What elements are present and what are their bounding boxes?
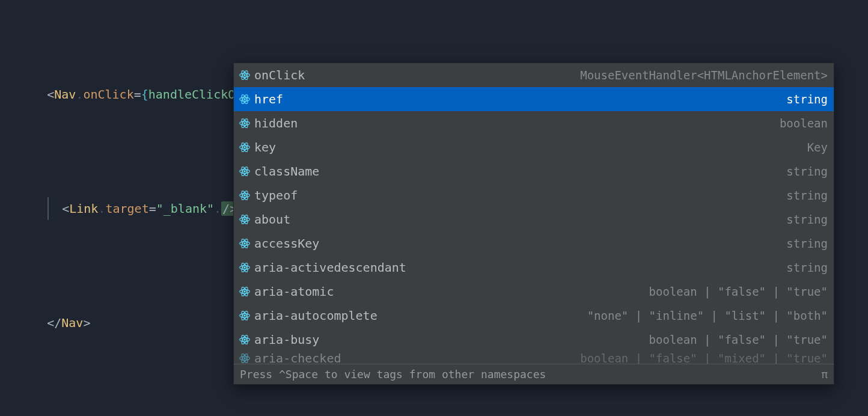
autocomplete-item-type: boolean — [780, 117, 828, 130]
svg-point-28 — [243, 242, 245, 244]
autocomplete-item-name: href — [254, 92, 283, 106]
footer-hint: Press ^Space to view tags from other nam… — [240, 368, 546, 381]
brace-open: { — [141, 87, 148, 102]
autocomplete-item[interactable]: accessKeystring — [234, 231, 834, 255]
attr-value-blank: "_blank" — [156, 201, 214, 216]
autocomplete-item-type: string — [786, 93, 828, 106]
autocomplete-footer: Press ^Space to view tags from other nam… — [234, 364, 834, 384]
autocomplete-item[interactable]: onClickMouseEventHandler<HTMLAnchorEleme… — [234, 63, 834, 87]
react-icon — [239, 141, 251, 153]
react-icon — [239, 237, 251, 249]
autocomplete-item-type: boolean | "false" | "mixed" | "true" — [580, 352, 828, 364]
svg-point-24 — [243, 218, 245, 220]
autocomplete-item[interactable]: typeofstring — [234, 183, 834, 207]
autocomplete-item[interactable]: hiddenboolean — [234, 111, 834, 135]
autocomplete-item-name: onClick — [254, 68, 305, 82]
autocomplete-item-type: string — [786, 165, 828, 178]
open-close-angle: </ — [47, 316, 61, 330]
autocomplete-item-name: hidden — [254, 116, 298, 130]
react-icon — [239, 213, 251, 225]
autocomplete-item-name: accessKey — [254, 236, 319, 251]
autocomplete-item-type: Key — [807, 141, 828, 154]
react-icon — [239, 189, 251, 201]
pi-icon[interactable]: π — [821, 368, 828, 381]
svg-point-12 — [243, 146, 245, 148]
svg-point-36 — [243, 290, 245, 292]
react-icon — [239, 310, 251, 322]
autocomplete-item-name: aria-busy — [254, 332, 319, 347]
attr-target: target — [105, 201, 148, 216]
svg-point-4 — [243, 98, 245, 100]
svg-point-32 — [243, 266, 245, 268]
autocomplete-item[interactable]: aria-autocomplete"none" | "inline" | "li… — [234, 304, 834, 328]
react-icon — [239, 334, 251, 346]
autocomplete-item[interactable]: aria-activedescendantstring — [234, 255, 834, 280]
autocomplete-item[interactable]: aria-checkedboolean | "false" | "mixed" … — [234, 352, 834, 364]
autocomplete-item[interactable]: keyKey — [234, 135, 834, 159]
autocomplete-item-name: key — [254, 140, 276, 154]
attr-onclick: onClick — [83, 87, 133, 102]
svg-point-48 — [243, 357, 245, 359]
autocomplete-item-type: boolean | "false" | "true" — [649, 285, 828, 298]
react-icon — [239, 93, 251, 105]
autocomplete-item-name: aria-atomic — [254, 284, 334, 299]
autocomplete-item-name: aria-activedescendant — [254, 260, 406, 275]
autocomplete-item-type: string — [786, 237, 828, 250]
jsx-tag-nav-close: Nav — [61, 316, 83, 330]
autocomplete-item[interactable]: aboutstring — [234, 207, 834, 231]
react-icon — [239, 165, 251, 177]
autocomplete-item[interactable]: classNamestring — [234, 159, 834, 183]
autocomplete-popup[interactable]: onClickMouseEventHandler<HTMLAnchorEleme… — [233, 63, 834, 385]
react-icon — [239, 286, 251, 298]
autocomplete-list[interactable]: onClickMouseEventHandler<HTMLAnchorEleme… — [234, 63, 834, 364]
open-angle: < — [47, 87, 54, 102]
autocomplete-item-name: aria-autocomplete — [254, 308, 377, 323]
autocomplete-item[interactable]: aria-busyboolean | "false" | "true" — [234, 328, 834, 352]
autocomplete-item-type: string — [786, 213, 828, 226]
autocomplete-item-name: className — [254, 164, 319, 179]
autocomplete-item-name: typeof — [254, 188, 298, 203]
svg-point-8 — [243, 122, 245, 124]
autocomplete-item-type: MouseEventHandler<HTMLAnchorElement> — [580, 69, 828, 82]
svg-point-16 — [243, 170, 245, 172]
svg-point-20 — [243, 194, 245, 196]
jsx-tag-link: Link — [69, 201, 98, 216]
autocomplete-item[interactable]: aria-atomicboolean | "false" | "true" — [234, 280, 834, 304]
svg-point-40 — [243, 314, 245, 316]
autocomplete-item-type: string — [786, 261, 828, 274]
autocomplete-item-name: aria-checked — [254, 352, 341, 364]
autocomplete-item-type: string — [786, 189, 828, 202]
autocomplete-item-type: boolean | "false" | "true" — [649, 333, 828, 346]
react-icon — [239, 69, 251, 81]
jsx-tag-nav: Nav — [54, 87, 76, 102]
react-icon — [239, 352, 251, 364]
react-icon — [239, 262, 251, 274]
autocomplete-item-type: "none" | "inline" | "list" | "both" — [587, 309, 828, 322]
svg-point-0 — [243, 74, 245, 76]
open-angle: < — [62, 201, 69, 216]
autocomplete-item[interactable]: hrefstring — [234, 87, 834, 111]
autocomplete-item-name: about — [254, 212, 290, 227]
react-icon — [239, 117, 251, 129]
svg-point-44 — [243, 338, 245, 340]
